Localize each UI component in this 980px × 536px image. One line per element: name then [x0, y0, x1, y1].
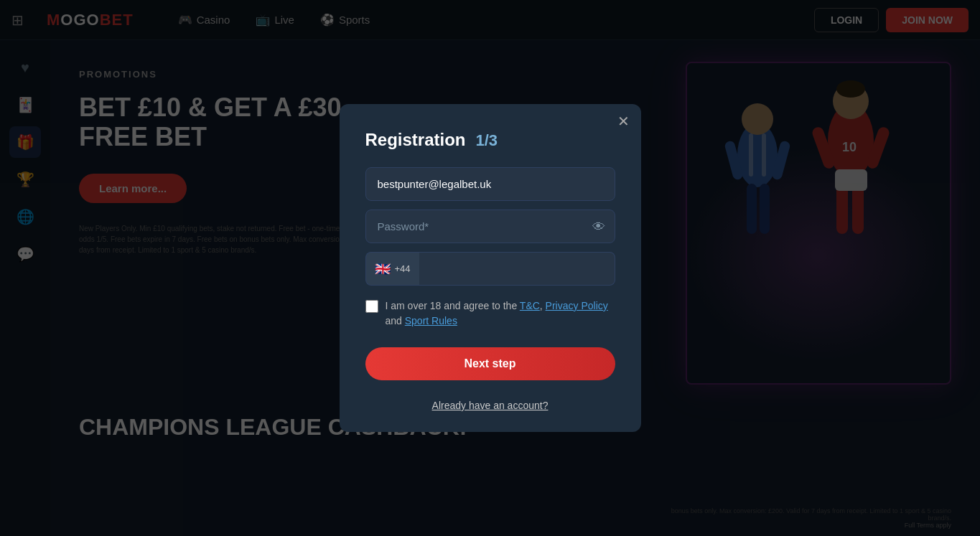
next-step-button[interactable]: Next step [365, 347, 615, 380]
password-input[interactable] [365, 210, 615, 243]
registration-form: 👁 🇬🇧 +44 I am over 18 and agree to the T… [365, 167, 615, 412]
sport-rules-link[interactable]: Sport Rules [405, 315, 457, 326]
already-account-row: Already have an account? [365, 399, 615, 412]
country-code-selector[interactable]: 🇬🇧 +44 [365, 252, 419, 286]
already-account-link[interactable]: Already have an account? [432, 400, 549, 411]
registration-modal: Registration 1/3 ✕ 👁 🇬🇧 +44 [340, 104, 641, 432]
password-wrapper: 👁 [365, 210, 615, 243]
phone-wrapper: 🇬🇧 +44 [365, 252, 615, 286]
modal-overlay: Registration 1/3 ✕ 👁 🇬🇧 +44 [0, 0, 980, 536]
terms-checkbox-row: I am over 18 and agree to the T&C, Priva… [365, 298, 615, 329]
modal-header: Registration 1/3 [365, 130, 615, 150]
toggle-password-icon[interactable]: 👁 [592, 219, 605, 234]
flag-icon: 🇬🇧 [375, 261, 391, 277]
email-input[interactable] [365, 167, 615, 201]
privacy-policy-link[interactable]: Privacy Policy [546, 300, 608, 311]
terms-label: I am over 18 and agree to the T&C, Priva… [386, 298, 615, 329]
phone-input[interactable] [419, 252, 615, 286]
tc-link[interactable]: T&C [520, 300, 540, 311]
modal-close-button[interactable]: ✕ [617, 114, 630, 128]
modal-title: Registration [365, 130, 466, 150]
modal-step-indicator: 1/3 [476, 131, 498, 150]
terms-checkbox[interactable] [365, 300, 378, 313]
phone-country-code: +44 [395, 263, 411, 274]
